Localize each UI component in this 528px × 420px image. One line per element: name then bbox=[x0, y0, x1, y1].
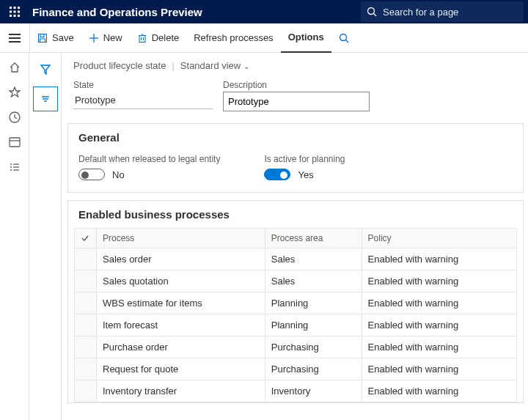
cell-area: Sales bbox=[265, 248, 362, 270]
svg-rect-3 bbox=[10, 11, 12, 13]
row-selector[interactable] bbox=[75, 380, 97, 402]
cell-process: Item forecast bbox=[97, 314, 265, 336]
breadcrumb: Product lifecycle state | Standard view … bbox=[73, 60, 516, 71]
search-placeholder: Search for a page bbox=[383, 7, 458, 18]
nav-home[interactable] bbox=[3, 56, 26, 79]
cell-area: Planning bbox=[265, 292, 362, 314]
processes-heading: Enabled business processes bbox=[68, 201, 523, 221]
svg-point-21 bbox=[340, 34, 346, 40]
svg-point-9 bbox=[368, 8, 375, 15]
nav-workspaces[interactable] bbox=[3, 130, 26, 154]
processes-table: Process Process area Policy Sales orderS… bbox=[74, 228, 517, 402]
cell-area: Purchasing bbox=[265, 336, 362, 358]
cell-process: Inventory transfer bbox=[97, 380, 265, 402]
cell-policy: Enabled with warning bbox=[362, 358, 516, 380]
general-heading: General bbox=[68, 124, 523, 144]
state-value[interactable]: Prototype bbox=[73, 92, 213, 109]
view-selector[interactable]: Standard view ⌄ bbox=[180, 60, 249, 71]
save-button[interactable]: Save bbox=[30, 23, 81, 53]
svg-rect-5 bbox=[18, 11, 20, 13]
refresh-processes-button[interactable]: Refresh processes bbox=[186, 23, 280, 53]
svg-rect-4 bbox=[14, 11, 16, 13]
table-row[interactable]: Request for quotePurchasingEnabled with … bbox=[75, 358, 517, 380]
svg-rect-1 bbox=[14, 7, 16, 9]
find-button[interactable] bbox=[331, 23, 356, 53]
app-launcher-icon[interactable] bbox=[0, 0, 29, 23]
svg-rect-6 bbox=[10, 15, 12, 17]
cell-area: Inventory bbox=[265, 380, 362, 402]
chevron-down-icon: ⌄ bbox=[243, 62, 249, 70]
cell-policy: Enabled with warning bbox=[362, 314, 516, 336]
svg-rect-24 bbox=[10, 138, 20, 147]
row-selector[interactable] bbox=[75, 292, 97, 314]
search-icon bbox=[339, 33, 349, 43]
table-row[interactable]: WBS estimate for itemsPlanningEnabled wi… bbox=[75, 292, 517, 314]
cell-process: Sales order bbox=[97, 248, 265, 270]
svg-line-22 bbox=[345, 40, 348, 43]
nav-rail bbox=[0, 53, 29, 420]
title-bar: Finance and Operations Preview Search fo… bbox=[0, 0, 528, 23]
filter-button[interactable] bbox=[33, 57, 58, 82]
processes-section: Enabled business processes Process Proce… bbox=[67, 200, 524, 403]
cell-process: Purchase order bbox=[97, 336, 265, 358]
cell-policy: Enabled with warning bbox=[362, 292, 516, 314]
cell-process: Request for quote bbox=[97, 358, 265, 380]
default-toggle[interactable] bbox=[78, 169, 105, 180]
row-selector[interactable] bbox=[75, 248, 97, 270]
table-row[interactable]: Sales quotationSalesEnabled with warning bbox=[75, 270, 517, 292]
col-process[interactable]: Process bbox=[97, 229, 265, 248]
hamburger-icon bbox=[9, 37, 21, 39]
general-section: General Default when released to legal e… bbox=[67, 123, 524, 193]
search-icon bbox=[361, 7, 383, 17]
svg-rect-2 bbox=[18, 7, 20, 9]
new-button[interactable]: New bbox=[81, 23, 130, 53]
svg-line-10 bbox=[374, 14, 377, 17]
page-title: Product lifecycle state bbox=[73, 60, 166, 71]
nav-favorites[interactable] bbox=[3, 81, 26, 104]
global-search[interactable]: Search for a page bbox=[361, 1, 524, 22]
row-selector[interactable] bbox=[75, 358, 97, 380]
svg-rect-8 bbox=[18, 15, 20, 17]
cell-area: Planning bbox=[265, 314, 362, 336]
list-view-button[interactable] bbox=[33, 86, 58, 111]
svg-rect-13 bbox=[40, 39, 45, 43]
plus-icon bbox=[89, 33, 99, 43]
table-row[interactable]: Purchase orderPurchasingEnabled with war… bbox=[75, 336, 517, 358]
row-selector[interactable] bbox=[75, 270, 97, 292]
col-policy[interactable]: Policy bbox=[362, 229, 516, 248]
save-icon bbox=[37, 33, 48, 43]
description-field: Description bbox=[223, 80, 370, 111]
cell-area: Purchasing bbox=[265, 358, 362, 380]
row-selector[interactable] bbox=[75, 336, 97, 358]
cell-policy: Enabled with warning bbox=[362, 270, 516, 292]
select-all-header[interactable] bbox=[75, 229, 97, 248]
state-field: State Prototype bbox=[73, 80, 213, 111]
svg-rect-0 bbox=[10, 7, 12, 9]
planning-toggle[interactable] bbox=[264, 169, 290, 180]
col-area[interactable]: Process area bbox=[265, 229, 362, 248]
cell-policy: Enabled with warning bbox=[362, 248, 516, 270]
table-row[interactable]: Inventory transferInventoryEnabled with … bbox=[75, 380, 517, 402]
main-content: Product lifecycle state | Standard view … bbox=[62, 53, 528, 420]
table-row[interactable]: Item forecastPlanningEnabled with warnin… bbox=[75, 314, 517, 336]
delete-button[interactable]: Delete bbox=[130, 23, 187, 53]
svg-rect-16 bbox=[139, 35, 145, 42]
options-tab[interactable]: Options bbox=[281, 23, 331, 53]
trash-icon bbox=[137, 33, 147, 43]
action-bar: Save New Delete Refresh processes Option… bbox=[0, 23, 528, 53]
cell-process: Sales quotation bbox=[97, 270, 265, 292]
row-selector[interactable] bbox=[75, 314, 97, 336]
app-title: Finance and Operations Preview bbox=[29, 6, 202, 18]
svg-rect-12 bbox=[40, 34, 44, 37]
cell-process: WBS estimate for items bbox=[97, 292, 265, 314]
filter-rail bbox=[29, 53, 62, 420]
table-row[interactable]: Sales orderSalesEnabled with warning bbox=[75, 248, 517, 270]
nav-modules[interactable] bbox=[3, 155, 26, 179]
cell-policy: Enabled with warning bbox=[362, 336, 516, 358]
nav-toggle-button[interactable] bbox=[0, 23, 29, 53]
nav-recent[interactable] bbox=[3, 106, 26, 129]
svg-rect-7 bbox=[14, 15, 16, 17]
cell-policy: Enabled with warning bbox=[362, 380, 516, 402]
cell-area: Sales bbox=[265, 270, 362, 292]
description-input[interactable] bbox=[223, 92, 370, 111]
